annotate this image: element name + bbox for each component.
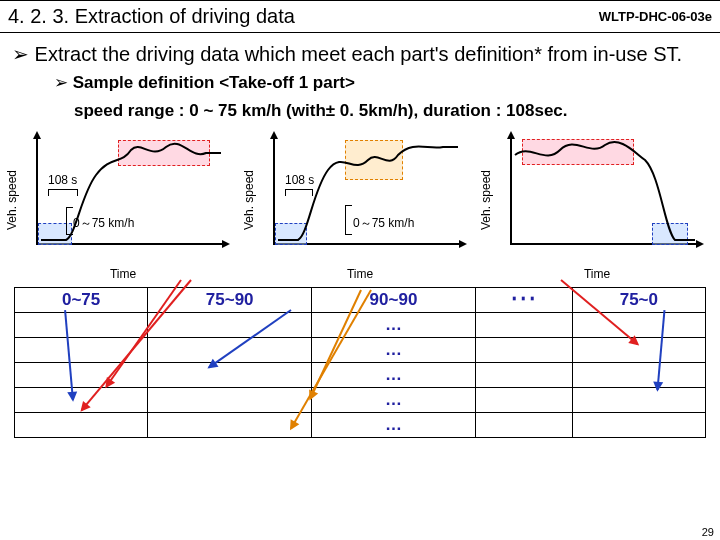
- header-cell: ･･･: [475, 287, 572, 312]
- duration-bracket: [285, 189, 313, 196]
- main-bullet: Extract the driving data which meet each…: [0, 33, 720, 69]
- header-cell: 90~90: [312, 287, 476, 312]
- duration-note: 108 s: [285, 173, 314, 187]
- x-axis-label: Time: [584, 267, 610, 281]
- y-axis-label: Veh. speed: [479, 170, 493, 230]
- table-row: …: [15, 387, 706, 412]
- range-note: 0～75 km/h: [73, 215, 134, 232]
- doc-id: WLTP-DHC-06-03e: [599, 9, 712, 24]
- duration-note: 108 s: [48, 173, 77, 187]
- speed-curve-3: [510, 135, 700, 245]
- duration-bracket: [48, 189, 78, 196]
- graph-2: Veh. speed Time 108 s 0～75 km/h: [255, 135, 465, 265]
- page-number: 29: [702, 526, 714, 538]
- range-bracket: [345, 205, 352, 235]
- x-axis-label: Time: [110, 267, 136, 281]
- graphs-row: Veh. speed Time 108 s 0～75 km/h Veh. spe…: [0, 125, 720, 265]
- sub-bullet-2: speed range : 0 ~ 75 km/h (with± 0. 5km/…: [0, 97, 720, 125]
- table-row: …: [15, 412, 706, 437]
- range-bracket: [66, 207, 73, 235]
- section-title: 4. 2. 3. Extraction of driving data: [8, 5, 295, 28]
- header-cell: 0~75: [15, 287, 148, 312]
- table-row: …: [15, 337, 706, 362]
- graph-1: Veh. speed Time 108 s 0～75 km/h: [18, 135, 228, 265]
- y-axis-label: Veh. speed: [5, 170, 19, 230]
- header: 4. 2. 3. Extraction of driving data WLTP…: [0, 0, 720, 33]
- range-note: 0～75 km/h: [353, 215, 414, 232]
- header-cell: 75~0: [572, 287, 705, 312]
- graph-3: Veh. speed Time: [492, 135, 702, 265]
- x-axis-label: Time: [347, 267, 373, 281]
- y-axis-label: Veh. speed: [242, 170, 256, 230]
- sub-bullet-1: Sample definition <Take-off 1 part>: [0, 69, 720, 97]
